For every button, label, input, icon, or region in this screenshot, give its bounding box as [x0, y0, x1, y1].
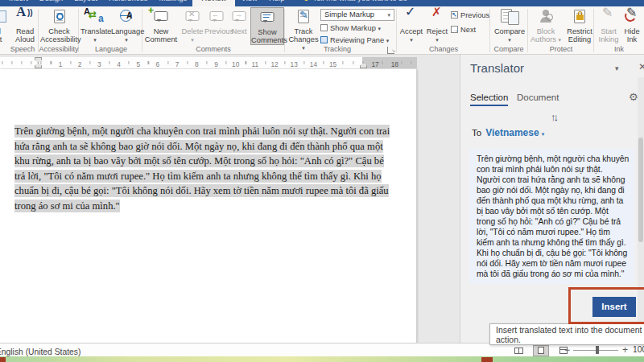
- ruler-number: 8: [187, 59, 206, 70]
- track-changes-icon: ✎: [287, 7, 320, 27]
- read-aloud-button[interactable]: A )) Read Aloud: [11, 7, 39, 45]
- print-layout-icon: [538, 347, 544, 354]
- pane-title: Translator: [470, 61, 524, 75]
- compare-button[interactable]: Compare▾: [493, 7, 526, 45]
- reject-button[interactable]: ✗ Reject▾: [425, 7, 449, 45]
- zoom-out-button[interactable]: −: [564, 344, 570, 356]
- translate-button[interactable]: A ⇄ a Translate ▾: [80, 7, 109, 45]
- ruler-number: 2: [70, 59, 89, 70]
- next-change-button[interactable]: →Next: [451, 25, 476, 35]
- ruler-number: 15: [324, 59, 343, 70]
- document-line: trong áo sơ mi của mình.": [14, 199, 411, 214]
- ruler-number: 18: [385, 59, 404, 70]
- translation-output[interactable]: Trên giường bệnh, một người cha khuyênco…: [469, 149, 634, 284]
- hide-ink-icon: ✎: [621, 7, 643, 27]
- ruler-number: 5: [129, 59, 148, 70]
- compare-icon: [493, 7, 526, 27]
- zoom-level[interactable]: 100%: [633, 343, 644, 356]
- translation-line: đến thành phố qua một khu rừng, anh ta: [477, 195, 627, 206]
- ruler-number: 6: [148, 59, 167, 70]
- selected-text[interactable]: Trên giường bệnh, một người cha khuyên c…: [14, 125, 390, 138]
- new-comment-icon: +: [143, 7, 179, 27]
- document-page[interactable]: Trên giường bệnh, một người cha khuyên c…: [0, 69, 417, 343]
- document-text: Trên giường bệnh, một người cha khuyên c…: [14, 124, 411, 213]
- ruler-number: 9: [206, 59, 225, 70]
- document-line: chuẩn bị đi, cậu bé gọi: "Tôi không nói …: [14, 183, 411, 199]
- ruler-number: 12: [265, 59, 284, 70]
- ribbon-tab-review[interactable]: Review: [192, 0, 235, 6]
- tooltip-line2: action.: [496, 335, 644, 345]
- tell-me-box[interactable]: Tell me what you want to do: [290, 0, 407, 6]
- read-mode-button[interactable]: [510, 345, 526, 356]
- ruler-number: 13: [284, 59, 303, 70]
- group-label-compare: Compare: [491, 45, 526, 54]
- selected-text[interactable]: trong áo sơ mi của mình.": [14, 200, 120, 212]
- translation-line: trong số họ hỏi: "Anh có gì?" Cậu bé trả: [477, 216, 627, 227]
- read-aloud-icon: A )): [11, 7, 39, 27]
- show-comments-button[interactable]: Show Comments: [250, 7, 284, 45]
- gear-icon[interactable]: ⚙: [629, 91, 638, 103]
- selected-text[interactable]: khu rừng, anh ta bị bao vây bởi một số t…: [14, 154, 384, 167]
- pane-menu-caret-icon[interactable]: ▾: [615, 64, 619, 72]
- tab-selection[interactable]: Selection: [470, 93, 508, 106]
- zoom-in-button[interactable]: +: [622, 344, 628, 356]
- group-label-protect: Protect: [529, 45, 593, 54]
- translate-icon: A ⇄ a: [80, 7, 109, 27]
- bottom-strip-marker: [0, 357, 6, 362]
- translation-line: bao giờ nói dối. Một ngày nọ, khi đang đ…: [477, 185, 627, 195]
- selected-text[interactable]: trả lời, "Tôi có năm mươi rupee." Họ tìm…: [14, 170, 382, 183]
- target-language-dropdown[interactable]: Vietnamese▾: [485, 127, 544, 138]
- insert-tooltip: Insert translated text into the document…: [489, 323, 644, 345]
- accept-button[interactable]: ✓ Accept▾: [399, 7, 423, 45]
- group-label-tracking: Tracking: [287, 45, 388, 54]
- language-globe-icon: A: [111, 7, 142, 27]
- tooltip-line1: Insert translated text into the document…: [496, 326, 644, 335]
- group-label-changes: Changes: [398, 45, 489, 54]
- next-comment-icon: →: [229, 7, 250, 27]
- reviewing-pane-icon: [320, 36, 328, 43]
- markup-view-dropdown[interactable]: Simple Markup▾: [320, 9, 394, 21]
- print-layout-button[interactable]: [533, 345, 549, 356]
- selected-text[interactable]: hứa rằng anh ta sẽ không bao giờ nói dối…: [14, 140, 383, 153]
- hide-ink-button[interactable]: ✎ Hide Ink: [621, 7, 643, 45]
- ribbon-tab[interactable]: Help: [263, 0, 291, 6]
- translation-line: lời, "Tôi có năm mươi rupee." Họ tìm: [477, 227, 627, 237]
- document-line: khu rừng, anh ta bị bao vây bởi một số t…: [14, 154, 411, 169]
- title-bar: InsertDesignLayoutReferencesMailings Rev…: [0, 0, 644, 6]
- ribbon-tab[interactable]: View: [235, 0, 262, 6]
- next-change-icon: →: [451, 26, 458, 33]
- tracking-dialog-launcher[interactable]: [387, 47, 394, 54]
- previous-change-button[interactable]: ↖Previous: [451, 10, 489, 21]
- ruler-number: 4: [109, 59, 128, 70]
- group-divider: [284, 9, 285, 52]
- ribbon-tab[interactable]: References: [103, 0, 154, 6]
- show-comments-icon: [251, 8, 283, 27]
- restrict-editing-button[interactable]: Restrict Editing: [564, 7, 596, 45]
- group-label-speech: Speech: [6, 45, 39, 54]
- tab-document[interactable]: Document: [517, 93, 559, 102]
- word-window: InsertDesignLayoutReferencesMailings Rev…: [0, 0, 644, 362]
- group-divider: [527, 9, 528, 52]
- swap-languages-icon[interactable]: ↑↓: [551, 111, 556, 123]
- lightbulb-icon: [304, 0, 308, 1]
- group-label-ink: Ink: [596, 45, 642, 54]
- selected-text[interactable]: chuẩn bị đi, cậu bé gọi: "Tôi không nói …: [14, 184, 389, 197]
- ribbon-tab[interactable]: Design: [34, 0, 69, 6]
- language-button[interactable]: A Language ▾: [111, 7, 142, 45]
- translation-line: nói dối. Hãy xem tờ tiền năm mươi rupee: [477, 258, 627, 269]
- new-comment-button[interactable]: + New Comment: [143, 7, 179, 45]
- pane-scrollbar-thumb[interactable]: [638, 138, 643, 242]
- pane-close-icon[interactable]: ✕: [638, 61, 644, 72]
- show-markup-button[interactable]: Show Markup ▾: [320, 23, 381, 34]
- read-mode-icon: [514, 348, 523, 354]
- language-status[interactable]: English (United States): [0, 343, 137, 356]
- translation-line: Trên giường bệnh, một người cha khuyên: [477, 154, 627, 164]
- ruler-number: 10: [226, 59, 246, 70]
- group-divider: [396, 9, 397, 52]
- check-accessibility-button[interactable]: Check Accessibility: [40, 7, 78, 45]
- word-count-button[interactable]: Word Count: [0, 7, 10, 45]
- zoom-slider-thumb[interactable]: [596, 346, 599, 354]
- track-changes-button[interactable]: ✎ Track Changes ▾: [287, 7, 320, 45]
- ribbon-tab[interactable]: Layout: [68, 0, 103, 6]
- ribbon-tab[interactable]: Mailings: [153, 0, 192, 6]
